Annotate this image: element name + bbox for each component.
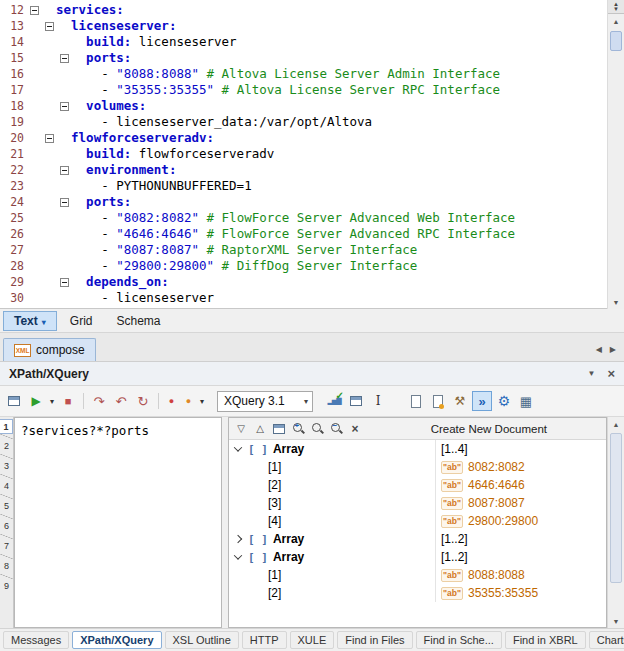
xpath-tab-1[interactable]: 1 — [0, 419, 13, 434]
xpath-tab-8[interactable]: 8 — [0, 559, 13, 574]
result-item-row[interactable]: [1]"ab"8088:8088 — [229, 566, 606, 584]
show-output-toggle-icon[interactable]: » — [472, 391, 492, 411]
bottom-tab-xsl-outline[interactable]: XSL Outline — [165, 631, 239, 649]
results-scrollbar-thumb[interactable] — [610, 433, 622, 583]
bottom-tab-http[interactable]: HTTP — [242, 631, 287, 649]
editor-line[interactable]: 27 - "8087:8087" # RaptorXML Server Inte… — [0, 242, 607, 258]
xpath-tab-4[interactable]: 4 — [0, 479, 13, 494]
collapse-icon[interactable] — [234, 443, 242, 451]
bottom-tab-charts[interactable]: Charts — [589, 631, 624, 649]
panel-menu-icon[interactable]: ▼ — [587, 369, 595, 378]
editor-line[interactable]: 12services: — [0, 2, 607, 18]
layout-table-icon[interactable]: ▦ — [516, 391, 536, 411]
zoom-in-icon[interactable]: + — [290, 420, 306, 437]
open-document-icon[interactable] — [428, 391, 448, 411]
fold-toggle-icon[interactable] — [60, 54, 69, 63]
editor-line[interactable]: 29 depends_on: — [0, 274, 607, 290]
fold-toggle-icon[interactable] — [45, 134, 54, 143]
editor-line[interactable]: 28 - "29800:29800" # DiffDog Server Inte… — [0, 258, 607, 274]
expand-icon[interactable] — [234, 535, 242, 543]
bottom-tab-messages[interactable]: Messages — [3, 631, 69, 649]
zoom-reset-icon[interactable] — [309, 420, 325, 437]
run-evaluation-button[interactable]: ▶ — [26, 391, 46, 411]
fold-toggle-icon[interactable] — [60, 198, 69, 207]
scroll-up-button[interactable]: ▲ — [608, 417, 624, 431]
editor-scrollbar-thumb[interactable] — [610, 31, 622, 51]
create-new-document-button[interactable]: Create New Document — [431, 423, 547, 435]
stop-button[interactable]: ■ — [58, 391, 78, 411]
xpath-tab-7[interactable]: 7 — [0, 539, 13, 554]
editor-line[interactable]: 13 licenseserver: — [0, 18, 607, 34]
panel-close-icon[interactable]: × — [607, 366, 615, 381]
xpath-tab-6[interactable]: 6 — [0, 519, 13, 534]
scroll-down-button[interactable]: ▼ — [608, 295, 624, 309]
new-document-icon[interactable] — [406, 391, 426, 411]
tab-scroll-right-button[interactable]: ▶ — [610, 345, 616, 354]
result-item-row[interactable]: [1]"ab"8082:8082 — [229, 458, 606, 476]
tracepoint-icon[interactable]: ● — [181, 391, 196, 411]
filter-up-icon[interactable]: △ — [252, 420, 268, 437]
settings-gear-icon[interactable]: ⚙ — [494, 391, 514, 411]
tab-scroll-left-button[interactable]: ◀ — [596, 345, 602, 354]
editor-line[interactable]: 30 - licenseserver — [0, 290, 607, 306]
bottom-tab-find-in-files[interactable]: Find in Files — [337, 631, 412, 649]
fold-toggle-icon[interactable] — [45, 22, 54, 31]
clear-results-icon[interactable]: × — [347, 420, 363, 437]
result-array-row[interactable]: [ ]Array[1..4] — [229, 440, 606, 458]
result-window-icon[interactable] — [346, 391, 366, 411]
result-item-row[interactable]: [2]"ab"35355:35355 — [229, 584, 606, 602]
code-editor[interactable]: 12services:13 licenseserver:14 build: li… — [0, 0, 624, 309]
editor-line[interactable]: 16 - "8088:8088" # Altova License Server… — [0, 66, 607, 82]
chart-validate-icon[interactable]: ▂▅▇ ✓ — [324, 391, 344, 411]
xpath-tab-2[interactable]: 2 — [0, 439, 13, 454]
step-out-icon[interactable]: ↻ — [133, 391, 153, 411]
bottom-tab-find-in-xbrl[interactable]: Find in XBRL — [505, 631, 586, 649]
fold-toggle-icon[interactable] — [60, 102, 69, 111]
editor-line[interactable]: 25 - "8082:8082" # FlowForce Server Adva… — [0, 210, 607, 226]
file-tab-compose[interactable]: XML compose — [3, 338, 96, 361]
fold-toggle-icon[interactable] — [60, 166, 69, 175]
result-item-row[interactable]: [2]"ab"4646:4646 — [229, 476, 606, 494]
bottom-tab-find-in-sche-[interactable]: Find in Sche... — [416, 631, 502, 649]
scroll-down-button[interactable]: ▼ — [608, 614, 624, 628]
step-into-icon[interactable]: ↷ — [89, 391, 109, 411]
editor-line[interactable]: 23 - PYTHONUNBUFFERED=1 — [0, 178, 607, 194]
view-tab-grid[interactable]: Grid — [59, 311, 104, 331]
result-item-row[interactable]: [3]"ab"8087:8087 — [229, 494, 606, 512]
collapse-icon[interactable] — [234, 551, 242, 559]
xpath-tab-5[interactable]: 5 — [0, 499, 13, 514]
editor-line[interactable]: 26 - "4646:4646" # FlowForce Server Adva… — [0, 226, 607, 242]
xpath-tab-9[interactable]: 9 — [0, 579, 13, 594]
editor-line[interactable]: 20 flowforceserveradv: — [0, 130, 607, 146]
bottom-tab-xpath-xquery[interactable]: XPath/XQuery — [72, 631, 161, 649]
dock-panel-icon[interactable] — [4, 391, 24, 411]
xpath-tab-3[interactable]: 3 — [0, 459, 13, 474]
editor-line[interactable]: 14 build: licenseserver — [0, 34, 607, 50]
fold-toggle-icon[interactable] — [60, 278, 69, 287]
view-tab-text[interactable]: Text▾ — [3, 311, 57, 331]
results-scrollbar[interactable]: ▲ ▼ — [607, 417, 624, 628]
xpath-expression-input[interactable]: ?services?*?ports — [14, 417, 222, 628]
breakpoint-dropdown-icon[interactable]: ▾ — [198, 391, 206, 411]
editor-line[interactable]: 21 build: flowforceserveradv — [0, 146, 607, 162]
tools-icon[interactable]: ⚒ — [450, 391, 470, 411]
editor-line[interactable]: 17 - "35355:35355" # Altova License Serv… — [0, 82, 607, 98]
filter-down-icon[interactable]: ▽ — [233, 420, 249, 437]
step-over-icon[interactable]: ↶ — [111, 391, 131, 411]
scroll-up-button[interactable]: ▲ — [608, 14, 624, 28]
text-cursor-icon[interactable]: I — [368, 391, 388, 411]
editor-line[interactable]: 15 ports: — [0, 50, 607, 66]
editor-line[interactable]: 19 - licenseserver_data:/var/opt/Altova — [0, 114, 607, 130]
editor-line[interactable]: 24 ports: — [0, 194, 607, 210]
editor-scrollbar[interactable]: ▲▼ ▲ ▼ — [607, 0, 624, 309]
split-view-handle[interactable]: ▲▼ — [608, 0, 624, 14]
result-array-row[interactable]: [ ]Array[1..2] — [229, 530, 606, 548]
editor-line[interactable]: 22 environment: — [0, 162, 607, 178]
window-icon[interactable] — [271, 420, 287, 437]
result-array-row[interactable]: [ ]Array[1..2] — [229, 548, 606, 566]
language-select[interactable]: XQuery 3.1 ▾ — [217, 391, 313, 412]
fold-toggle-icon[interactable] — [30, 6, 39, 15]
view-tab-schema[interactable]: Schema — [105, 311, 171, 331]
bottom-tab-xule[interactable]: XULE — [290, 631, 335, 649]
breakpoint-icon[interactable]: ● — [164, 391, 179, 411]
